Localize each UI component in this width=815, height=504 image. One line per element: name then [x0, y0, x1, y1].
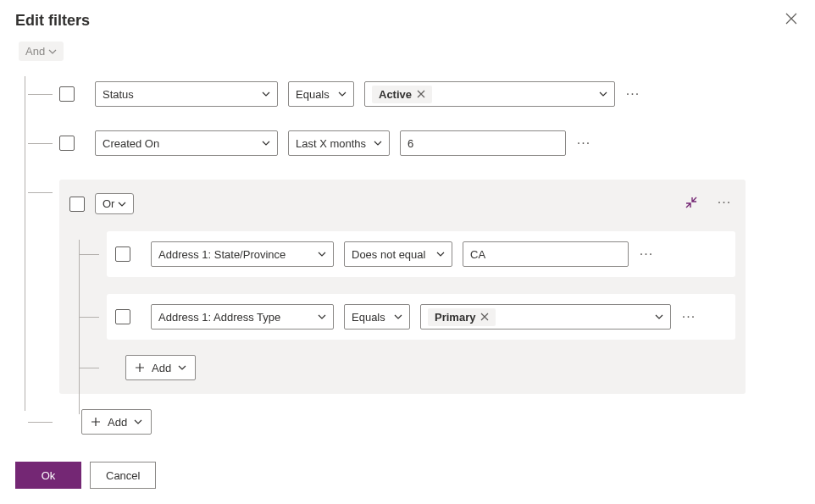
row-checkbox[interactable]: [115, 246, 130, 262]
plus-icon: [135, 363, 145, 373]
row-checkbox[interactable]: [115, 309, 130, 324]
row-more-menu[interactable]: ···: [678, 306, 700, 328]
chevron-down-icon: [374, 139, 382, 147]
chevron-down-icon: [262, 90, 270, 98]
chevron-down-icon: [178, 363, 186, 372]
chip-remove-icon[interactable]: [417, 90, 425, 98]
group-or-label: Or: [103, 197, 114, 210]
value-chip-label: Active: [379, 88, 412, 101]
field-label: Created On: [103, 137, 159, 150]
chevron-down-icon: [118, 200, 126, 208]
operator-label: Last X months: [296, 137, 366, 150]
close-icon: [785, 15, 798, 28]
group-more-menu[interactable]: ···: [713, 191, 735, 213]
field-dropdown[interactable]: Status: [95, 81, 278, 107]
or-group: Or ···: [59, 180, 746, 394]
row-more-menu[interactable]: ···: [622, 83, 644, 105]
group-or-operator[interactable]: Or: [95, 193, 134, 214]
value-chip: Active: [372, 86, 432, 103]
condition-group-row: Or ···: [19, 180, 800, 394]
field-dropdown[interactable]: Created On: [95, 130, 278, 156]
condition-row: Created On Last X months 6 ···: [19, 130, 800, 156]
group-header: Or: [69, 193, 735, 214]
chevron-down-icon: [318, 313, 326, 321]
chevron-down-icon: [338, 90, 347, 98]
tree-elbow: [19, 81, 53, 107]
operator-label: Equals: [296, 88, 330, 101]
group-checkbox[interactable]: [69, 197, 85, 212]
ok-button[interactable]: Ok: [15, 462, 81, 489]
chevron-down-icon: [436, 250, 445, 258]
chevron-down-icon: [48, 47, 57, 56]
filter-tree: And Status Equals Active: [15, 42, 800, 435]
chevron-down-icon: [134, 418, 142, 426]
root-add-label: Add: [108, 416, 127, 429]
root-add-button[interactable]: Add: [81, 409, 152, 435]
value-text: CA: [470, 248, 485, 261]
dialog-title: Edit filters: [15, 12, 800, 30]
group-actions: ···: [685, 191, 735, 213]
chevron-down-icon: [262, 139, 270, 147]
row-checkbox[interactable]: [59, 136, 75, 151]
tree-elbow: [79, 241, 104, 267]
operator-dropdown[interactable]: Last X months: [288, 130, 390, 156]
value-text: 6: [408, 137, 413, 150]
field-dropdown[interactable]: Address 1: Address Type: [151, 304, 334, 330]
cancel-button[interactable]: Cancel: [90, 462, 156, 489]
root-and-label: And: [25, 45, 45, 58]
root-and-operator[interactable]: And: [19, 42, 64, 61]
condition-row: Status Equals Active ···: [19, 81, 800, 107]
value-dropdown[interactable]: Active: [364, 81, 615, 107]
value-input[interactable]: 6: [400, 130, 566, 156]
operator-dropdown[interactable]: Does not equal: [344, 241, 452, 267]
chevron-down-icon: [599, 90, 607, 98]
value-chip-label: Primary: [435, 311, 475, 324]
field-dropdown[interactable]: Address 1: State/Province: [151, 241, 334, 267]
operator-label: Does not equal: [352, 248, 425, 261]
condition-row: Address 1: Address Type Equals: [107, 294, 735, 340]
ellipsis-icon: ···: [640, 247, 653, 261]
field-label: Address 1: Address Type: [158, 311, 280, 324]
ellipsis-icon: ···: [626, 87, 640, 101]
tree-elbow: [19, 409, 53, 435]
ellipsis-icon: ···: [577, 136, 590, 150]
plus-icon: [91, 417, 101, 427]
condition-row: Address 1: State/Province Does not equal: [107, 231, 735, 277]
field-label: Status: [103, 88, 134, 101]
value-chip: Primary: [428, 308, 496, 326]
operator-label: Equals: [352, 311, 385, 324]
row-more-menu[interactable]: ···: [635, 243, 657, 265]
group-add-button[interactable]: Add: [125, 355, 196, 380]
ellipsis-icon: ···: [718, 196, 731, 209]
chevron-down-icon: [394, 313, 402, 321]
group-rows: Address 1: State/Province Does not equal: [107, 231, 735, 380]
ellipsis-icon: ···: [682, 310, 696, 324]
operator-dropdown[interactable]: Equals: [288, 81, 354, 107]
field-label: Address 1: State/Province: [158, 248, 286, 261]
tree-elbow: [79, 304, 104, 330]
chevron-down-icon: [318, 250, 326, 258]
tree-elbow: [19, 180, 53, 195]
group-add-label: Add: [152, 362, 171, 374]
row-more-menu[interactable]: ···: [573, 132, 595, 154]
dialog-footer: Ok Cancel: [15, 462, 156, 489]
tree-elbow: [79, 355, 104, 380]
tree-elbow: [19, 130, 53, 156]
chevron-down-icon: [655, 313, 663, 321]
value-input[interactable]: CA: [463, 241, 629, 267]
root-add-row: Add: [19, 409, 800, 435]
collapse-icon[interactable]: [685, 196, 698, 209]
operator-dropdown[interactable]: Equals: [344, 304, 410, 330]
chip-remove-icon[interactable]: [480, 313, 489, 321]
close-button[interactable]: [785, 12, 798, 25]
value-dropdown[interactable]: Primary: [420, 304, 671, 330]
row-checkbox[interactable]: [59, 86, 75, 102]
